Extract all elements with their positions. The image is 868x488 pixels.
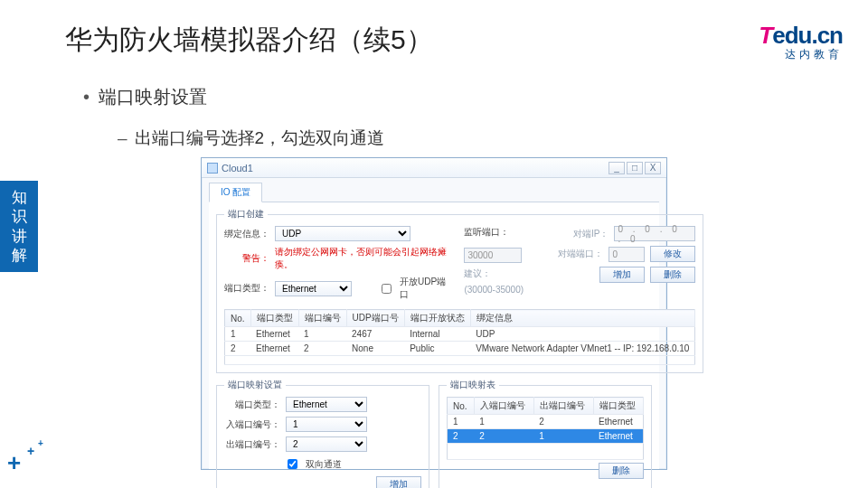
bidir-label: 双向通道 [306,458,342,471]
listen-port-input[interactable] [464,248,522,263]
in-port-select[interactable]: 1 [286,417,367,432]
titlebar[interactable]: Cloud1 _ □ X [202,158,666,178]
map-delete-button[interactable]: 删除 [599,463,644,479]
bullet-level-2: 出端口编号选择2，勾选双向通道 [118,127,384,150]
minimize-button[interactable]: _ [609,162,625,174]
add-port-button[interactable]: 增加 [599,267,645,283]
maximize-button[interactable]: □ [627,162,643,174]
out-port-label: 出端口编号： [224,438,280,451]
delete-port-button[interactable]: 删除 [650,267,695,283]
group-port-create: 端口创建 绑定信息： UDP 警告： 请勿绑定公网网卡，否则可能会引起网络瘫痪。… [216,208,703,373]
peer-ip-input[interactable]: 0 . 0 . 0 . 0 [614,226,695,241]
group-port-map-table: 端口映射表 No. 入端口编号 出端口编号 端口类型 112Ethernet 2… [439,379,652,488]
group-port-create-legend: 端口创建 [224,208,268,221]
group-port-map-setting: 端口映射设置 端口类型： Ethernet 入端口编号： 1 出端口编号： 2 … [216,379,429,488]
group-port-map-table-legend: 端口映射表 [447,379,499,391]
map-type-label: 端口类型： [224,399,280,411]
corner-plus-icon: +++ [7,449,21,477]
warn-text: 请勿绑定公网网卡，否则可能会引起网络瘫痪。 [275,246,451,271]
out-port-select[interactable]: 2 [286,436,367,452]
brand-logo: Tedu.cn 达内教育 [759,23,843,60]
side-tag: 知 识 讲 解 [0,181,38,272]
logo-t: T [759,22,772,49]
port-table[interactable]: No. 端口类型 端口编号 UDP端口号 端口开放状态 绑定信息 1Ethern… [224,309,695,365]
range-value: (30000-35000) [464,285,524,295]
cloud-window: Cloud1 _ □ X IO 配置 端口创建 绑定信息： UDP 警告： 请勿… [201,157,667,470]
group-port-map-setting-legend: 端口映射设置 [224,379,286,391]
logo-sub: 达内教育 [759,49,843,60]
slide-title: 华为防火墙模拟器介绍（续5） [65,22,433,59]
map-add-button[interactable]: 增加 [376,476,421,488]
app-icon [207,163,218,174]
bind-info-select[interactable]: UDP [275,226,410,241]
table-row[interactable]: 221Ethernet [448,429,644,444]
bullet-level-1: 端口映射设置 [83,85,207,109]
warn-label: 警告： [224,252,269,265]
peer-ip-label: 对端IP： [573,228,609,240]
port-type-select[interactable]: Ethernet [275,281,352,296]
bidir-checkbox[interactable] [288,459,297,469]
table-row[interactable]: 112Ethernet [448,415,644,429]
tab-io-config[interactable]: IO 配置 [209,183,262,202]
map-type-select[interactable]: Ethernet [286,397,367,412]
range-label: 建议： [464,268,491,278]
table-row[interactable]: 2Ethernet2NonePublicVMware Network Adapt… [225,342,695,356]
open-udp-label: 开放UDP端口 [400,276,451,301]
close-button[interactable]: X [645,162,661,174]
map-table[interactable]: No. 入端口编号 出端口编号 端口类型 112Ethernet 221Ethe… [447,397,644,460]
port-type-label: 端口类型： [224,282,269,295]
logo-text: edu.cn [772,22,843,49]
table-row[interactable]: 1Ethernet12467InternalUDP [225,327,695,342]
in-port-label: 入端口编号： [224,418,280,431]
listen-port-label: 监听端口： [464,226,509,239]
bind-info-label: 绑定信息： [224,228,269,240]
window-title: Cloud1 [222,163,609,174]
open-udp-checkbox[interactable] [382,284,392,294]
peer-port-input[interactable] [609,247,645,262]
peer-port-label: 对端端口： [558,248,603,260]
modify-button[interactable]: 修改 [650,246,695,262]
